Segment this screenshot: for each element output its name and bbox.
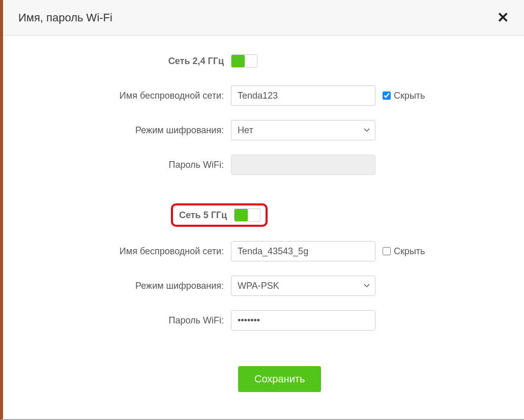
band24-hide-group[interactable]: Скрыть	[383, 91, 425, 101]
band5-ssid-label: Имя беспроводной сети:	[13, 246, 231, 257]
band24-ssid-input[interactable]	[231, 85, 375, 106]
band24-password-row: Пароль WiFi:	[13, 155, 514, 175]
save-row: Сохранить	[13, 366, 514, 392]
band24-ssid-label: Имя беспроводной сети:	[13, 91, 231, 101]
band24-encryption-row: Режим шифрования: Нет	[13, 120, 514, 140]
band24-encryption-select[interactable]: Нет	[231, 120, 375, 140]
save-button[interactable]: Сохранить	[238, 366, 321, 392]
band24-encryption-label: Режим шифрования:	[13, 125, 231, 136]
toggle-knob-icon	[235, 209, 248, 221]
band24-hide-label: Скрыть	[394, 91, 425, 101]
band5-header-row: Сеть 5 ГГц	[13, 203, 514, 227]
band5-password-input[interactable]	[231, 310, 375, 331]
band24-section-label: Сеть 2,4 ГГц	[13, 56, 231, 67]
band24-ssid-row: Имя беспроводной сети: Скрыть	[13, 85, 514, 106]
band5-encryption-row: Режим шифрования: WPA-PSK	[13, 276, 514, 296]
band24-header-row: Сеть 2,4 ГГц	[13, 51, 514, 71]
modal-title: Имя, пароль Wi-Fi	[18, 11, 112, 24]
band24-password-label: Пароль WiFi:	[13, 160, 231, 170]
band24-toggle[interactable]	[231, 54, 257, 68]
band5-password-label: Пароль WiFi:	[13, 315, 231, 326]
band5-highlight-box: Сеть 5 ГГц	[171, 203, 268, 227]
band5-section-label: Сеть 5 ГГц	[176, 210, 227, 221]
band24-hide-checkbox[interactable]	[383, 92, 391, 100]
band5-hide-checkbox[interactable]	[383, 247, 391, 255]
band5-ssid-input[interactable]	[231, 241, 375, 261]
band5-hide-label: Скрыть	[394, 246, 425, 257]
band5-hide-group[interactable]: Скрыть	[383, 246, 425, 257]
close-icon[interactable]: ✕	[497, 9, 509, 26]
band5-encryption-select[interactable]: WPA-PSK	[231, 276, 375, 296]
band5-password-row: Пароль WiFi:	[13, 310, 514, 331]
band5-ssid-row: Имя беспроводной сети: Скрыть	[13, 241, 514, 261]
band5-toggle[interactable]	[234, 208, 260, 222]
band24-password-input	[231, 155, 375, 175]
band5-encryption-label: Режим шифрования:	[13, 281, 231, 291]
modal-body: Сеть 2,4 ГГц Имя беспроводной сети: Скры…	[3, 36, 524, 412]
toggle-knob-icon	[231, 55, 245, 67]
modal-header: Имя, пароль Wi-Fi ✕	[3, 0, 524, 36]
